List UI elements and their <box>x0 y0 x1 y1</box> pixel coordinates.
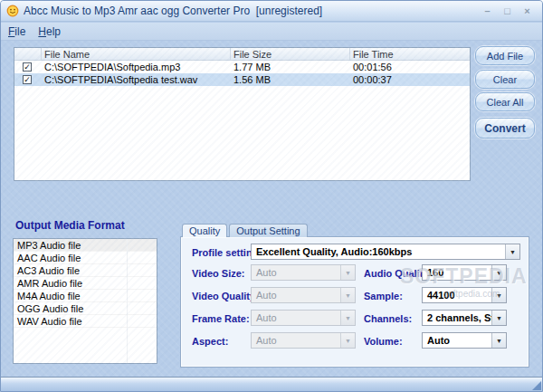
dropdown-arrow-icon: ▼ <box>340 265 355 280</box>
maximize-icon[interactable]: □ <box>501 5 513 17</box>
dropdown-arrow-icon[interactable]: ▼ <box>491 265 506 280</box>
sample-label: Sample: <box>364 291 403 301</box>
app-window: Abcc Music to Mp3 Amr aac ogg Converter … <box>0 0 543 392</box>
quality-panel: Profile setting: Excellent Quality, Audi… <box>180 236 529 368</box>
frame-rate-select: Auto ▼ <box>251 310 356 326</box>
cell-file-size: 1.77 MB <box>231 62 350 72</box>
settings-tabs: Quality Output Setting <box>182 224 308 237</box>
channels-label: Channels: <box>364 313 412 324</box>
smiley-app-icon <box>6 5 19 17</box>
audio-quality-select[interactable]: 160 ▼ <box>422 264 507 281</box>
check-icon: ✓ <box>24 76 31 84</box>
column-header-file-size[interactable]: File Size <box>231 48 350 60</box>
profile-setting-value: Excellent Quality, Audio:160kbps <box>252 246 505 257</box>
cell-file-name: C:\SOFTPEDIA\Softpedia test.wav <box>42 74 231 85</box>
audio-quality-value: 160 <box>423 267 491 278</box>
column-header-file-name[interactable]: File Name <box>42 48 231 60</box>
table-row[interactable]: ✓ C:\SOFTPEDIA\Softpedia.mp3 1.77 MB 00:… <box>14 61 470 73</box>
video-quality-select: Auto ▼ <box>251 287 356 303</box>
check-icon: ✓ <box>24 63 31 72</box>
cell-file-size: 1.56 MB <box>231 74 350 85</box>
row-checkbox-cell: ✓ <box>14 75 42 84</box>
clear-all-button[interactable]: Clear All <box>475 92 535 111</box>
checkbox-checked[interactable]: ✓ <box>23 62 32 72</box>
tab-output-setting[interactable]: Output Setting <box>229 224 307 237</box>
sample-value: 44100 <box>423 290 491 301</box>
list-item-ogg[interactable]: OGG Audio file <box>14 302 157 315</box>
volume-value: Auto <box>423 335 491 346</box>
dropdown-arrow-icon: ▼ <box>340 288 355 302</box>
output-format-list: MP3 Audio file AAC Audio file AC3 Audio … <box>13 238 157 364</box>
list-item-mp3[interactable]: MP3 Audio file <box>14 239 157 252</box>
video-size-label: Video Size: <box>192 268 244 279</box>
list-item-amr[interactable]: AMR Audio file <box>14 277 157 290</box>
title-bar: Abcc Music to Mp3 Amr aac ogg Converter … <box>1 1 542 22</box>
file-list: File Name File Size File Time ✓ C:\SOFTP… <box>14 47 471 181</box>
convert-button[interactable]: Convert <box>475 118 535 139</box>
list-item-aac[interactable]: AAC Audio file <box>14 252 157 264</box>
dropdown-arrow-icon[interactable]: ▼ <box>491 333 506 348</box>
add-file-button[interactable]: Add File <box>475 46 535 65</box>
tab-quality[interactable]: Quality <box>182 224 227 237</box>
clear-button[interactable]: Clear <box>475 70 535 89</box>
column-header-file-time[interactable]: File Time <box>350 48 470 60</box>
volume-label: Volume: <box>364 336 403 347</box>
list-item-ac3[interactable]: AC3 Audio file <box>14 264 157 277</box>
resize-grip[interactable] <box>532 381 541 390</box>
cell-file-name: C:\SOFTPEDIA\Softpedia.mp3 <box>42 62 231 72</box>
menu-help-accel: H <box>38 25 46 38</box>
table-row-selected[interactable]: ✓ C:\SOFTPEDIA\Softpedia test.wav 1.56 M… <box>14 73 470 86</box>
dropdown-arrow-icon[interactable]: ▼ <box>505 244 519 259</box>
frame-rate-label: Frame Rate: <box>192 313 250 324</box>
channels-select[interactable]: 2 channels, Ster ▼ <box>422 310 507 326</box>
menu-help-rest: elp <box>46 25 61 38</box>
window-controls: – □ × <box>481 5 537 17</box>
window-bottom-frame <box>1 377 542 391</box>
profile-setting-select[interactable]: Excellent Quality, Audio:160kbps ▼ <box>251 244 520 260</box>
dropdown-arrow-icon: ▼ <box>340 311 355 325</box>
aspect-label: Aspect: <box>192 336 228 347</box>
volume-select[interactable]: Auto ▼ <box>422 332 507 349</box>
cell-file-time: 00:00:37 <box>350 74 470 85</box>
video-quality-label: Video Quality: <box>192 291 259 301</box>
cell-file-time: 00:01:56 <box>350 62 470 72</box>
file-list-header: File Name File Size File Time <box>14 48 470 61</box>
aspect-value: Auto <box>252 335 340 346</box>
close-icon[interactable]: × <box>521 5 533 17</box>
frame-rate-value: Auto <box>252 312 340 323</box>
video-size-select: Auto ▼ <box>251 264 356 281</box>
minimize-icon[interactable]: – <box>481 5 493 17</box>
row-checkbox-cell: ✓ <box>14 62 42 72</box>
menu-file[interactable]: File <box>8 25 25 38</box>
channels-value: 2 channels, Ster <box>423 312 491 323</box>
dropdown-arrow-icon[interactable]: ▼ <box>491 288 506 302</box>
checkbox-checked[interactable]: ✓ <box>23 75 32 84</box>
menu-help[interactable]: Help <box>38 25 61 38</box>
dropdown-arrow-icon: ▼ <box>340 333 355 348</box>
dropdown-arrow-icon[interactable]: ▼ <box>491 311 506 325</box>
list-item-wav[interactable]: WAV Audio file <box>14 315 157 328</box>
column-header-checkbox[interactable] <box>14 48 42 60</box>
sample-select[interactable]: 44100 ▼ <box>422 287 507 303</box>
window-title: Abcc Music to Mp3 Amr aac ogg Converter … <box>24 5 322 17</box>
aspect-select: Auto ▼ <box>251 332 356 349</box>
video-quality-value: Auto <box>252 290 340 301</box>
video-size-value: Auto <box>252 267 340 278</box>
list-item-m4a[interactable]: M4A Audio file <box>14 290 157 302</box>
menu-file-rest: ile <box>14 25 25 38</box>
output-media-format-label: Output Media Format <box>15 219 125 232</box>
menu-bar: File Help <box>1 23 542 41</box>
